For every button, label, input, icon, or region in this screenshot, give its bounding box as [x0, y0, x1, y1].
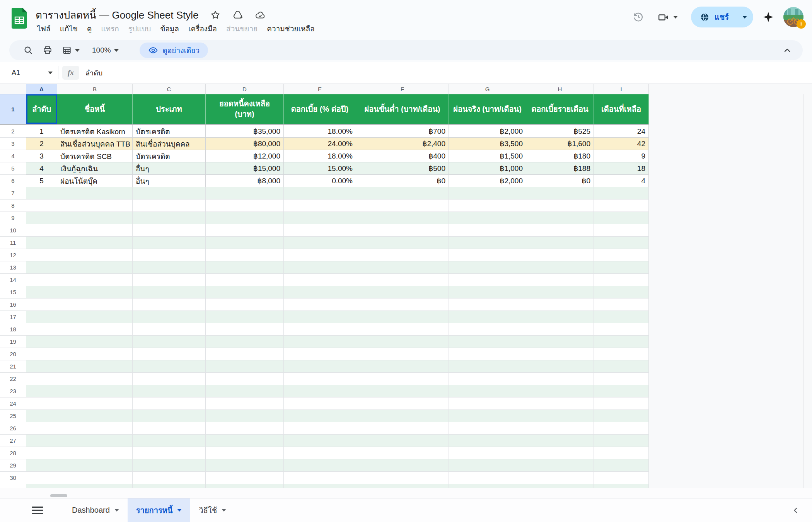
- cell-H16[interactable]: [526, 299, 594, 311]
- cell-A27[interactable]: [26, 435, 57, 447]
- cell-G5[interactable]: ฿1,000: [449, 162, 526, 175]
- cell-H22[interactable]: [526, 373, 594, 385]
- cell-A31[interactable]: [26, 484, 57, 488]
- view-only-badge[interactable]: ดูอย่างเดียว: [140, 43, 208, 58]
- cell-B31[interactable]: [57, 484, 133, 488]
- cell-F26[interactable]: [356, 422, 449, 435]
- cell-G26[interactable]: [449, 422, 526, 435]
- all-sheets-button[interactable]: [32, 507, 43, 514]
- cell-I11[interactable]: [594, 237, 649, 249]
- row-header-1[interactable]: 1: [0, 94, 26, 124]
- cell-A16[interactable]: [26, 299, 57, 311]
- cell-H25[interactable]: [526, 410, 594, 422]
- cell-B24[interactable]: [57, 397, 133, 410]
- cell-F24[interactable]: [356, 397, 449, 410]
- cell-D29[interactable]: [206, 459, 284, 472]
- meet-button[interactable]: [654, 11, 682, 23]
- header-cell-B1[interactable]: ชื่อหนี้: [57, 94, 133, 124]
- menu-item[interactable]: รูปแบบ: [124, 21, 156, 36]
- cell-E17[interactable]: [284, 311, 356, 323]
- menu-item[interactable]: แก้ไข: [55, 21, 82, 36]
- cell-B15[interactable]: [57, 286, 133, 299]
- cell-I15[interactable]: [594, 286, 649, 299]
- cell-C12[interactable]: [133, 249, 206, 261]
- row-header-5[interactable]: 5: [0, 162, 26, 175]
- chevron-left-icon[interactable]: [791, 506, 800, 515]
- row-header-11[interactable]: 11: [0, 237, 26, 249]
- column-header-B[interactable]: B: [57, 84, 133, 94]
- cell-I24[interactable]: [594, 397, 649, 410]
- cell-F17[interactable]: [356, 311, 449, 323]
- cell-I31[interactable]: [594, 484, 649, 488]
- cell-H5[interactable]: ฿188: [526, 162, 594, 175]
- cell-C28[interactable]: [133, 447, 206, 459]
- cell-I4[interactable]: 9: [594, 150, 649, 162]
- row-header-29[interactable]: 29: [0, 459, 26, 472]
- cell-D28[interactable]: [206, 447, 284, 459]
- cell-F29[interactable]: [356, 459, 449, 472]
- star-icon[interactable]: [210, 10, 221, 20]
- cell-E10[interactable]: [284, 224, 356, 237]
- cell-F13[interactable]: [356, 261, 449, 274]
- row-header-31[interactable]: [0, 484, 26, 488]
- cell-C26[interactable]: [133, 422, 206, 435]
- cell-B11[interactable]: [57, 237, 133, 249]
- document-title[interactable]: ตารางปลดหนี้ — Google Sheet Style: [36, 7, 198, 23]
- cell-I21[interactable]: [594, 360, 649, 373]
- cell-I2[interactable]: 24: [594, 125, 649, 138]
- sheet-tab-inactive[interactable]: Dashboard: [63, 498, 128, 522]
- cell-A18[interactable]: [26, 323, 57, 336]
- cell-D3[interactable]: ฿80,000: [206, 138, 284, 150]
- menu-item[interactable]: ไฟล์: [32, 21, 55, 36]
- cell-F2[interactable]: ฿700: [356, 125, 449, 138]
- cell-H24[interactable]: [526, 397, 594, 410]
- cell-F5[interactable]: ฿500: [356, 162, 449, 175]
- row-header-25[interactable]: 25: [0, 410, 26, 422]
- cell-G3[interactable]: ฿3,500: [449, 138, 526, 150]
- cell-G16[interactable]: [449, 299, 526, 311]
- cell-A26[interactable]: [26, 422, 57, 435]
- cell-B26[interactable]: [57, 422, 133, 435]
- row-header-18[interactable]: 18: [0, 323, 26, 336]
- cell-C15[interactable]: [133, 286, 206, 299]
- gemini-sparkle-icon[interactable]: [763, 11, 774, 23]
- column-header-C[interactable]: C: [133, 84, 206, 94]
- cell-B23[interactable]: [57, 385, 133, 397]
- cell-G10[interactable]: [449, 224, 526, 237]
- cell-D21[interactable]: [206, 360, 284, 373]
- row-header-24[interactable]: 24: [0, 397, 26, 410]
- row-header-22[interactable]: 22: [0, 373, 26, 385]
- cell-I23[interactable]: [594, 385, 649, 397]
- menu-item[interactable]: เครื่องมือ: [184, 21, 222, 36]
- cell-I17[interactable]: [594, 311, 649, 323]
- cell-B2[interactable]: บัตรเครดิต Kasikorn: [57, 125, 133, 138]
- cell-I13[interactable]: [594, 261, 649, 274]
- cell-H23[interactable]: [526, 385, 594, 397]
- cell-D10[interactable]: [206, 224, 284, 237]
- cell-B17[interactable]: [57, 311, 133, 323]
- cell-H14[interactable]: [526, 274, 594, 286]
- cell-C19[interactable]: [133, 336, 206, 348]
- cell-D7[interactable]: [206, 187, 284, 200]
- row-header-6[interactable]: 6: [0, 175, 26, 187]
- cell-B29[interactable]: [57, 459, 133, 472]
- cell-B13[interactable]: [57, 261, 133, 274]
- cell-C14[interactable]: [133, 274, 206, 286]
- cell-B6[interactable]: ผ่อนโน้ตบุ๊ค: [57, 175, 133, 187]
- cell-A7[interactable]: [26, 187, 57, 200]
- cell-H21[interactable]: [526, 360, 594, 373]
- header-cell-H1[interactable]: ดอกเบี้ยรายเดือน: [526, 94, 594, 124]
- cell-F20[interactable]: [356, 348, 449, 360]
- cell-I10[interactable]: [594, 224, 649, 237]
- cell-F12[interactable]: [356, 249, 449, 261]
- row-header-28[interactable]: 28: [0, 447, 26, 459]
- cell-G24[interactable]: [449, 397, 526, 410]
- header-cell-E1[interactable]: ดอกเบี้ย (% ต่อปี): [284, 94, 356, 124]
- row-header-26[interactable]: 26: [0, 422, 26, 435]
- cell-G12[interactable]: [449, 249, 526, 261]
- share-button[interactable]: แชร์: [691, 7, 736, 27]
- cell-H27[interactable]: [526, 435, 594, 447]
- cell-D14[interactable]: [206, 274, 284, 286]
- cell-G31[interactable]: [449, 484, 526, 488]
- cell-B8[interactable]: [57, 200, 133, 212]
